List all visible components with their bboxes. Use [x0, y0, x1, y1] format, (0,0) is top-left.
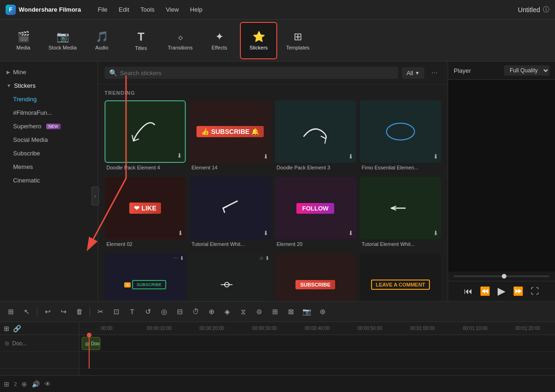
fav-icon[interactable]: ☆	[259, 255, 264, 261]
sticker-fimo[interactable]: ⬇	[360, 100, 441, 163]
sticker-spanish[interactable]: ☆ ⬇	[190, 253, 271, 301]
sidebar-item-stickers[interactable]: ▼ Stickers	[0, 79, 98, 92]
timeline-speaker-button[interactable]: 🔊	[32, 380, 40, 388]
tl-color-button[interactable]: ◈	[220, 305, 234, 319]
download-icon[interactable]: ⬇	[265, 255, 269, 261]
tool-templates[interactable]: ⊞ Templates	[279, 22, 316, 59]
tool-effects[interactable]: ✦ Effects	[201, 22, 238, 59]
sidebar-item-superhero[interactable]: Superhero NEW	[0, 119, 98, 133]
sticker-doodle4[interactable]: ⬇	[105, 100, 186, 163]
download-icon[interactable]: ⬇	[348, 230, 353, 237]
fullscreen-button[interactable]: ⛶	[531, 287, 539, 296]
tl-select-button[interactable]: ⊞	[4, 305, 18, 319]
tl-timer-button[interactable]: ⏱	[189, 305, 203, 319]
sidebar-item-mine[interactable]: ▶ Mine	[0, 65, 98, 79]
scrubber-thumb[interactable]	[502, 274, 506, 279]
step-back-button[interactable]: ⏪	[480, 286, 490, 296]
sticker-doodle3[interactable]: ⬇	[275, 100, 356, 163]
list-item[interactable]: S SUBSCRIBE ⋯ ⬇ Subscribe1	[105, 253, 186, 301]
tl-add-track-button[interactable]: ⊞	[4, 325, 9, 332]
list-item[interactable]: 👍 SUBSCRIBE 🔔 ⬇ Element 14	[190, 100, 271, 173]
play-button[interactable]: ▶	[498, 285, 506, 297]
menu-help[interactable]: Help	[185, 4, 207, 15]
sidebar-item-filmora-fun[interactable]: #FilmoraFun...	[0, 106, 98, 119]
sticker-el14[interactable]: 👍 SUBSCRIBE 🔔 ⬇	[190, 100, 271, 163]
sticker-el01[interactable]: SUBSCRIBE ⬇	[275, 253, 356, 301]
list-item[interactable]: FOLLOW ⬇ Element 20	[275, 177, 356, 250]
sidebar-item-cinematic[interactable]: Cinematic	[0, 174, 98, 187]
tl-undo-button[interactable]: ↩	[41, 305, 55, 319]
sticker-tutorial[interactable]: ⬇	[190, 177, 271, 239]
sidebar-item-subscribe[interactable]: Subscribe	[0, 147, 98, 160]
rewind-button[interactable]: ⏮	[464, 287, 472, 296]
tl-split-button[interactable]: ⊜	[252, 305, 266, 319]
sidebar-collapse-button[interactable]: ‹	[91, 187, 99, 205]
tl-crop-button[interactable]: ⊡	[109, 305, 123, 319]
tl-delete-button[interactable]: 🗑	[72, 305, 86, 319]
tool-titles[interactable]: T Titles	[122, 22, 160, 59]
tl-redo-button[interactable]: ↪	[56, 305, 70, 319]
tl-audio-button[interactable]: ◎	[157, 305, 171, 319]
download-icon[interactable]: ⬇	[433, 153, 438, 160]
tool-audio[interactable]: 🎵 Audio	[83, 22, 120, 59]
download-icon[interactable]: ⬇	[180, 255, 184, 261]
sidebar-item-social-media[interactable]: Social Media	[0, 133, 98, 147]
sticker-el20[interactable]: FOLLOW ⬇	[275, 177, 356, 239]
sticker-tutorial2[interactable]: ⬇	[360, 177, 441, 239]
tl-pip-button[interactable]: ⊟	[173, 305, 187, 319]
list-item[interactable]: ⬇ Doodle Pack Element 4	[105, 100, 186, 173]
sticker-el06[interactable]: LEAVE A COMMENT ⬇	[360, 253, 441, 301]
scrubber-track[interactable]	[454, 275, 549, 277]
options-icon[interactable]: ⋯	[173, 255, 178, 261]
download-icon[interactable]: ⬇	[178, 230, 183, 237]
list-item[interactable]: ⬇ Tutorial Element Whit...	[190, 177, 271, 250]
download-icon[interactable]: ⬇	[177, 152, 182, 159]
search-input[interactable]	[120, 70, 393, 77]
timeline-grid-button[interactable]: ⊞	[4, 380, 9, 388]
tool-transitions[interactable]: ⬦ Transitions	[162, 22, 199, 59]
player-scrubber[interactable]	[448, 272, 555, 281]
sticker-clip[interactable]: ◎ Doo...	[82, 337, 100, 350]
timeline-add-media-button[interactable]: ⊕	[21, 380, 27, 388]
sticker-el02[interactable]: ❤ LIKE ⬇	[105, 177, 186, 239]
list-item[interactable]: ⬇ Tutorial Element Whit...	[360, 177, 441, 250]
download-icon[interactable]: ⬇	[263, 153, 268, 160]
tool-stickers[interactable]: ⭐ Stickers	[240, 22, 277, 59]
menu-file[interactable]: File	[93, 4, 112, 15]
tool-stock-media[interactable]: 📷 Stock Media	[44, 22, 81, 59]
tl-link-button[interactable]: 🔗	[13, 325, 21, 332]
tl-merge-button[interactable]: ⊠	[284, 305, 298, 319]
sidebar-item-memes[interactable]: Memes	[0, 160, 98, 174]
tl-snap-button[interactable]: ⊞	[268, 305, 282, 319]
timeline-eye-button[interactable]: 👁	[44, 380, 51, 388]
tl-extra-button[interactable]: ⊛	[316, 305, 330, 319]
download-icon[interactable]: ⬇	[348, 153, 353, 160]
tl-cut-button[interactable]: ✂	[93, 305, 107, 319]
menu-view[interactable]: View	[161, 4, 183, 15]
quality-select[interactable]: Full Quality 1/2 Quality 1/4 Quality	[504, 65, 549, 76]
playhead[interactable]	[89, 335, 90, 369]
tl-expand-button[interactable]: ⊕	[204, 305, 218, 319]
tool-media[interactable]: 🎬 Media	[5, 22, 42, 59]
search-filter-dropdown[interactable]: All ▼	[402, 67, 424, 79]
list-item[interactable]: ⬇ Doodle Pack Element 3	[275, 100, 356, 173]
tl-text-button[interactable]: T	[125, 305, 139, 319]
tl-rotate-button[interactable]: ↺	[141, 305, 155, 319]
menu-edit[interactable]: Edit	[114, 4, 133, 15]
list-item[interactable]: LEAVE A COMMENT ⬇ Element 06	[360, 253, 441, 301]
list-item[interactable]: SUBSCRIBE ⬇ Element 01	[275, 253, 356, 301]
step-forward-button[interactable]: ⏩	[513, 286, 523, 296]
download-icon[interactable]: ⬇	[433, 230, 438, 237]
list-item[interactable]: ☆ ⬇ Spanish Social Media I...	[190, 253, 271, 301]
tl-camera-button[interactable]: 📷	[300, 305, 314, 319]
list-item[interactable]: ❤ LIKE ⬇ Element 02	[105, 177, 186, 250]
sticker-subscribe1[interactable]: S SUBSCRIBE ⋯ ⬇	[105, 253, 186, 301]
tl-pointer-button[interactable]: ↖	[20, 305, 34, 319]
list-item[interactable]: ⬇ Fimo Essential Elemen...	[360, 100, 441, 173]
download-icon[interactable]: ⬇	[263, 230, 268, 237]
menu-tools[interactable]: Tools	[136, 4, 159, 15]
tl-adjust-button[interactable]: ⧖	[236, 305, 250, 319]
title-dropdown-icon[interactable]: ⓘ	[543, 6, 549, 14]
search-more-button[interactable]: ···	[428, 66, 441, 79]
sidebar-item-trending[interactable]: Trending	[0, 92, 98, 106]
